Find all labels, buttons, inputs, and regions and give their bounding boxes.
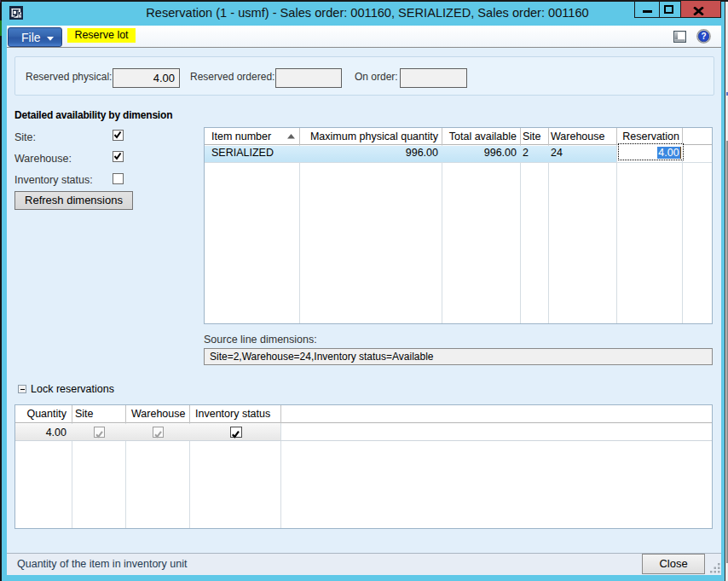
svg-text:?: ? [701,32,706,41]
